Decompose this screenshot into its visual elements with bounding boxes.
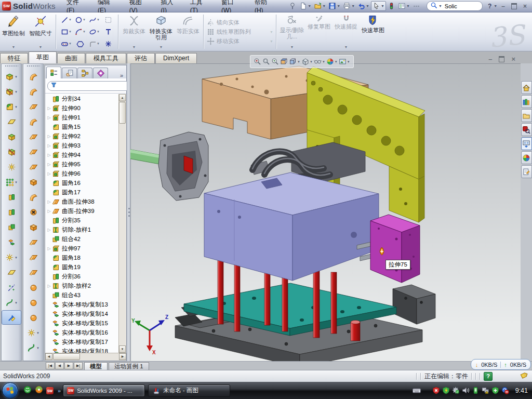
expand-arrow-icon[interactable]: ▷ bbox=[46, 153, 52, 157]
feature-tree-item[interactable]: 圆角18 bbox=[45, 253, 126, 262]
feature-tree-item[interactable]: ▷ 切除-放样1 bbox=[45, 225, 126, 234]
mirror-entities-button[interactable]: 镜向实体 bbox=[207, 19, 273, 26]
revolved-cut-button[interactable] bbox=[2, 144, 21, 159]
expand-arrow-icon[interactable]: ▷ bbox=[46, 106, 52, 111]
hide-show-items-button[interactable]: ▼ bbox=[314, 58, 325, 65]
extend-surface-button[interactable] bbox=[24, 235, 43, 250]
solidworks-resources-button[interactable] bbox=[521, 81, 532, 94]
feature-tree-item[interactable]: ▷ 切除-放样2 bbox=[45, 281, 126, 290]
section-view-button[interactable] bbox=[280, 58, 288, 65]
knit-surface-button[interactable] bbox=[24, 175, 43, 190]
tab-4[interactable]: 评估 bbox=[127, 53, 155, 63]
zoom-to-selection-button[interactable] bbox=[271, 58, 279, 65]
feature-tree-item[interactable]: ▷ 曲面-拉伸38 bbox=[45, 197, 126, 206]
apply-scene-button[interactable]: ▼ bbox=[339, 58, 350, 65]
tray-volume[interactable] bbox=[462, 387, 470, 394]
feature-tree-item[interactable]: ▷ 拉伸94 bbox=[45, 150, 126, 159]
taskbar-task-1[interactable]: 未命名 - 画图 bbox=[148, 384, 230, 397]
spline-on-surface-button[interactable]: ▼ bbox=[24, 340, 43, 355]
smart-dimension-button[interactable]: 智能尺寸 ▼ bbox=[27, 12, 54, 51]
feature-tree-item[interactable]: 圆角16 bbox=[45, 178, 126, 188]
quick-launch-messenger[interactable] bbox=[23, 385, 32, 395]
feature-tree-item[interactable]: 实体-移动/复制17 bbox=[45, 337, 126, 347]
tab-1[interactable]: 草图 bbox=[29, 51, 57, 63]
expand-arrow-icon[interactable]: ▷ bbox=[46, 284, 52, 288]
feature-tree-item[interactable]: 实体-移动/复制18 bbox=[45, 347, 126, 353]
design-library-button[interactable] bbox=[521, 95, 532, 108]
centerpoint-arc-button[interactable]: ▼ bbox=[73, 26, 87, 38]
lofted-surface-button[interactable] bbox=[24, 99, 43, 114]
display-style-button[interactable]: ▼ bbox=[301, 58, 313, 65]
feature-tree-item[interactable]: 圆角17 bbox=[45, 188, 126, 197]
study-tab-0[interactable]: 模型 bbox=[84, 362, 108, 370]
more-tools-button[interactable] bbox=[411, 2, 421, 10]
feature-tree-item[interactable]: ▷ 曲面-拉伸39 bbox=[45, 206, 126, 216]
edit-appearance-button[interactable]: ▼ bbox=[326, 58, 338, 65]
study-nav-0[interactable]: |◀ bbox=[46, 362, 55, 369]
feature-tree-item[interactable]: 组合42 bbox=[45, 234, 126, 244]
tray-security-plus[interactable] bbox=[491, 387, 499, 394]
scroll-up-button[interactable]: ▲ bbox=[119, 94, 126, 101]
expand-arrow-icon[interactable]: ▷ bbox=[46, 171, 52, 176]
trim-surface-button[interactable] bbox=[24, 250, 43, 265]
scroll-right-button[interactable]: ▶ bbox=[119, 353, 126, 360]
planar-surface-button[interactable] bbox=[24, 159, 43, 175]
extruded-boss-base-button[interactable]: ▼ bbox=[2, 69, 21, 84]
scroll-left-button[interactable]: ◀ bbox=[45, 353, 52, 360]
feature-tree-item[interactable]: ▷ 拉伸97 bbox=[45, 244, 126, 253]
tray-input-keyboard[interactable] bbox=[413, 387, 421, 395]
reference-point-button[interactable]: ▼ bbox=[2, 250, 21, 265]
file-explorer-button[interactable] bbox=[521, 109, 532, 122]
quick-launch-solidworks[interactable]: SW bbox=[46, 387, 54, 395]
minimize-button[interactable]: – bbox=[501, 3, 505, 10]
feature-tree-item[interactable]: 圆角15 bbox=[45, 122, 126, 131]
model-canvas[interactable]: Y Z X bbox=[130, 63, 521, 361]
quick-tips-button[interactable]: ? bbox=[484, 372, 493, 381]
move-entities-button[interactable]: 移动实体▼ bbox=[207, 37, 273, 45]
doc-restore-button[interactable] bbox=[499, 56, 504, 62]
spline-button[interactable]: ▼ bbox=[87, 14, 101, 26]
feature-tree-item[interactable]: 实体-移动/复制16 bbox=[45, 328, 126, 337]
instant3d-button[interactable] bbox=[2, 310, 21, 325]
taskbar-task-0[interactable]: SW SolidWorks 2009 - ... bbox=[63, 384, 145, 397]
filter-field[interactable] bbox=[47, 81, 138, 91]
tags-icon[interactable] bbox=[520, 372, 528, 381]
feature-tree-item[interactable]: ▷ 拉伸96 bbox=[45, 169, 126, 178]
select-button[interactable]: ▼ bbox=[371, 1, 386, 11]
offset-entities-button[interactable]: 等距实体 bbox=[175, 12, 202, 51]
scroll-thumb[interactable] bbox=[53, 353, 80, 360]
expand-arrow-icon[interactable]: ▷ bbox=[46, 162, 52, 167]
trim-entities-button[interactable]: 剪裁实体▼ bbox=[121, 12, 148, 51]
polygon-button[interactable] bbox=[73, 38, 87, 50]
convert-entities-button[interactable]: 转换实体引用▼ bbox=[148, 12, 175, 51]
study-nav-2[interactable]: ▶ bbox=[64, 362, 73, 369]
feature-tree-item[interactable]: ▷ 拉伸95 bbox=[45, 159, 126, 169]
quick-launch-media-player[interactable] bbox=[35, 385, 43, 395]
study-tab-1[interactable]: 运动算例 1 bbox=[109, 362, 149, 370]
graphics-viewport[interactable]: Y Z X ▼▼▼▼▼ – × 拉伸75 bbox=[130, 63, 521, 361]
swept-surface-button[interactable] bbox=[24, 69, 43, 84]
filter-input[interactable] bbox=[59, 82, 135, 89]
curve-tool-button[interactable]: ▼ bbox=[2, 295, 21, 310]
tray-antivirus-alert[interactable] bbox=[432, 387, 440, 394]
tree-vertical-scrollbar[interactable]: ▲ ▼ bbox=[118, 94, 126, 353]
feature-tree-item[interactable]: ▷ 拉伸91 bbox=[45, 113, 126, 122]
close-button[interactable]: × bbox=[523, 3, 527, 10]
ellipse-button[interactable]: ▼ bbox=[87, 26, 101, 38]
line-button[interactable]: ▼ bbox=[59, 14, 73, 26]
featuremanager-tree-tab[interactable] bbox=[46, 66, 61, 78]
combine-bodies-button[interactable] bbox=[2, 220, 21, 235]
thickened-surface-button[interactable] bbox=[24, 190, 43, 205]
expand-arrow-icon[interactable]: ▷ bbox=[46, 115, 52, 120]
display-delete-relations-button[interactable]: 显示/删除几...▼ bbox=[278, 12, 305, 51]
expand-arrow-icon[interactable]: ▷ bbox=[46, 200, 52, 204]
feature-tree-item[interactable]: ▷ 拉伸93 bbox=[45, 141, 126, 150]
quick-launch-overflow[interactable]: » bbox=[58, 388, 61, 394]
sketch-button[interactable]: 草图绘制 ▼ bbox=[0, 12, 27, 51]
corner-rectangle-button[interactable]: ▼ bbox=[59, 26, 73, 38]
expand-arrow-icon[interactable]: ▷ bbox=[46, 246, 52, 251]
extruded-surface-button[interactable] bbox=[24, 129, 43, 144]
feature-tree-item[interactable]: 分割34 bbox=[45, 94, 126, 103]
study-nav-3[interactable]: ▶| bbox=[74, 362, 83, 369]
selection-box-button[interactable] bbox=[101, 14, 115, 26]
